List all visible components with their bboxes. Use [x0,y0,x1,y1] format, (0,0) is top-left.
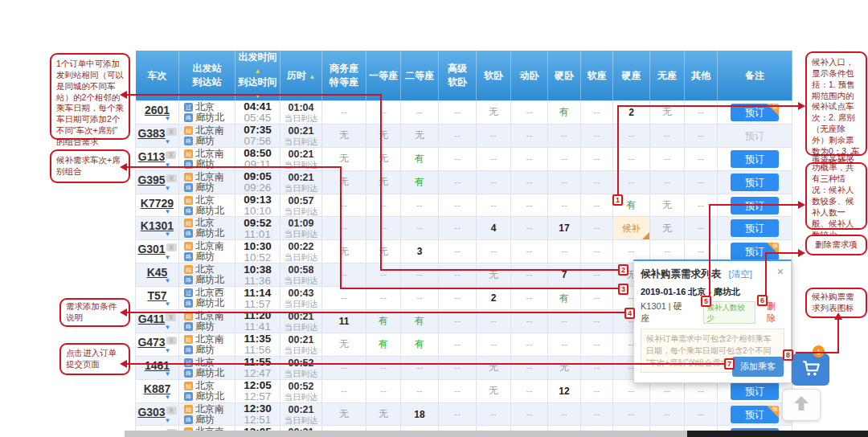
fuxing-badge-icon: 复 [166,151,176,159]
annotation-box-train-seat-combo: 候补需求车次+席别组合 [50,149,130,183]
column-header[interactable]: 其他 [685,51,718,101]
annotation-line [127,94,382,96]
station-name: 廊坊 [195,343,215,357]
arrival-station: 终廊坊 [179,136,235,146]
book-button[interactable]: 预订候 [731,406,779,423]
waitlist-fold-char: 候 [772,406,778,412]
expand-caret-icon[interactable]: ▼ [157,395,178,400]
column-header[interactable]: 二等座 [401,51,439,101]
annotation-line [340,288,622,289]
annotation-line [127,166,342,168]
origin-station-icon: 始 [184,242,193,251]
close-icon[interactable]: × [777,267,784,276]
table-row: G395复▼始北京南终廊坊09:0509:2600:21当日到达无无有-----… [136,170,792,194]
seat-availability-cell: 7 [548,263,581,287]
stations-cell: 过北京西终廊坊北 [179,287,235,310]
expand-caret-icon[interactable]: ▼ [157,186,178,191]
waitlist-cell[interactable]: 候补 [613,217,650,240]
train-number-link[interactable]: G383 [137,127,165,140]
expand-caret-icon[interactable]: ▼ [157,116,178,121]
waitlist-fold-char: 候 [772,243,778,249]
waitlist-cart-button[interactable] [792,353,829,386]
column-header[interactable]: 软卧 [477,51,511,101]
expand-caret-icon[interactable]: ▼ [157,210,178,214]
seat-availability-cell: -- [366,287,401,310]
column-header[interactable]: 软座 [581,51,613,101]
annotation-box-probability: 需求兑现成功概率，共有三种情况：候补人数较多、候补人数一般、候补人数较少 [805,162,867,230]
times-cell: 10:3811:36 [235,263,280,287]
clear-all-link[interactable]: [清空] [728,269,751,279]
same-day-note: 当日到达 [280,345,321,355]
expand-caret-icon[interactable]: ▼ [157,140,178,145]
seat-availability-cell: 无 [366,402,401,426]
same-day-note: 当日到达 [280,229,321,239]
train-number-link[interactable]: G301 [137,243,165,255]
seat-availability-cell: -- [322,287,366,310]
column-header[interactable]: 无座 [650,51,685,101]
seat-availability-cell: -- [548,240,581,263]
expand-caret-icon[interactable]: ▼ [157,302,178,307]
duration-value: 00:21 [280,404,321,415]
train-number-link[interactable]: G113 [138,150,165,163]
annotation-line [127,312,626,313]
expand-caret-icon[interactable]: ▼ [157,372,178,377]
train-number-link[interactable]: G411 [138,312,165,325]
annotation-line [765,252,800,254]
duration-value: 00:57 [280,195,321,206]
annotation-line [380,94,382,271]
book-button[interactable]: 预订 [731,150,779,168]
header-line: 软卧 [439,76,476,89]
sort-arrow-icon[interactable]: ▲ [255,67,261,75]
stations-cell: 始北京南终廊坊 [179,333,235,356]
expand-caret-icon[interactable]: ▼ [157,349,178,353]
duration-cell: 00:21当日到达 [280,333,322,356]
column-header[interactable]: 硬座 [613,51,650,101]
book-button[interactable]: 预订 [731,382,779,400]
seat-availability-cell: -- [439,240,477,263]
column-header[interactable]: 备注 [718,51,792,101]
expand-caret-icon[interactable]: ▼ [157,279,178,284]
train-number-link[interactable]: G303 [137,406,165,419]
seat-availability-cell: 无 [366,170,401,194]
fuxing-badge-icon: 复 [166,406,177,415]
train-number-cell: G473复▼ [136,333,179,356]
expand-caret-icon[interactable]: ▼ [157,255,178,260]
expand-caret-icon[interactable]: ▼ [157,232,178,237]
expand-caret-icon[interactable]: ▼ [157,419,178,423]
seat-availability-cell: -- [366,101,401,125]
train-number-line: T57 [136,289,178,302]
annotation-line [340,166,342,289]
horizontal-scrollbar-handle[interactable] [687,431,868,437]
add-passenger-button[interactable]: 添加乘客 [732,357,784,377]
arrival-station: 终廊坊北 [179,206,235,216]
station-name: 廊坊北 [195,366,224,380]
column-header[interactable]: 高级软卧 [439,51,477,101]
departure-time: 10:30 [235,241,280,252]
seat-availability-cell: -- [685,147,718,170]
seat-availability-cell: -- [581,101,613,125]
column-header[interactable]: 动卧 [511,51,548,101]
delete-demand-link[interactable]: 删除 [767,300,784,325]
departure-time: 12:30 [235,403,280,415]
train-number-link[interactable]: G473 [137,336,165,349]
column-header[interactable]: 硬卧 [548,51,581,101]
station-name: 廊坊北 [195,390,224,403]
book-button[interactable]: 预订 [731,219,779,237]
annotation-line [127,363,727,365]
book-button[interactable]: 预订 [731,174,779,191]
origin-station-icon: 始 [184,405,193,414]
back-to-top-button[interactable] [782,389,821,421]
expand-caret-icon[interactable]: ▼ [157,325,178,330]
sort-arrow-icon[interactable]: ▲ [309,73,315,80]
seat-availability-cell: 2 [477,287,511,310]
times-cell: 09:1310:10 [235,194,280,217]
step-marker: 4 [624,308,635,319]
train-number-link[interactable]: G395 [137,174,165,186]
step-marker: 5 [701,296,711,307]
train-number-link[interactable]: T57 [147,289,166,302]
terminal-station-icon: 终 [184,113,193,122]
seat-availability-cell: 3 [401,240,439,263]
arrival-station: 终廊坊北 [179,298,235,308]
annotation-box-waitlist-entry: 候补入口，显示条件包括：1. 预售期范围内的候补试点车次；2. 席别（无座除外）… [805,51,867,156]
duration-value: 00:21 [280,172,321,183]
